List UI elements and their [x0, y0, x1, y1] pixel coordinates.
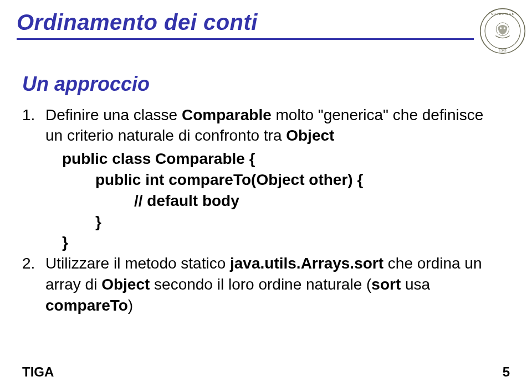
page-title: Ordinamento dei conti: [17, 10, 474, 35]
code-line: public int compareTo(Object other) {: [45, 169, 504, 190]
slide-content: Un approccio 1. Definire una classe Comp…: [17, 54, 515, 316]
footer-left: TIGA: [22, 364, 54, 380]
code-line: // default body: [45, 190, 504, 212]
slide-header: Ordinamento dei conti SUPREMAE 1343: [17, 10, 515, 54]
text-span: secondo il loro ordine naturale (: [150, 276, 371, 293]
text-span: ): [128, 297, 133, 314]
text-span: Utilizzare il metodo statico: [45, 255, 230, 272]
list-number: 2.: [22, 253, 45, 274]
code-line: }: [45, 232, 504, 253]
title-underline: [17, 38, 474, 40]
svg-point-5: [500, 27, 502, 29]
university-seal-icon: SUPREMAE 1343: [479, 8, 526, 54]
bold-text: Comparable: [182, 106, 272, 123]
text-span: usa: [401, 276, 430, 293]
list-number: 1.: [22, 105, 45, 126]
list-item: 1. Definire una classe Comparable molto …: [22, 105, 504, 147]
svg-text:SUPREMAE: SUPREMAE: [491, 12, 515, 16]
bold-text: compareTo: [45, 297, 128, 314]
title-block: Ordinamento dei conti: [17, 10, 474, 40]
page-number: 5: [503, 364, 510, 380]
bold-text: Object: [286, 127, 334, 144]
list-item: 2. Utilizzare il metodo statico java.uti…: [22, 253, 504, 316]
list-text: Definire una classe Comparable molto "ge…: [45, 105, 504, 147]
bold-text: java.utils.Arrays.sort: [230, 255, 383, 272]
slide-footer: TIGA 5: [22, 364, 510, 380]
bold-text: Object: [101, 276, 150, 293]
code-line: }: [45, 212, 504, 233]
code-block: public class Comparable { public int com…: [45, 148, 504, 253]
text-span: Definire una classe: [45, 106, 182, 123]
bold-text: sort: [371, 276, 401, 293]
list-text: Utilizzare il metodo statico java.utils.…: [45, 253, 504, 316]
subtitle: Un approccio: [22, 71, 504, 98]
svg-point-6: [504, 27, 505, 29]
code-line: public class Comparable {: [45, 148, 504, 169]
svg-text:1343: 1343: [499, 48, 507, 52]
